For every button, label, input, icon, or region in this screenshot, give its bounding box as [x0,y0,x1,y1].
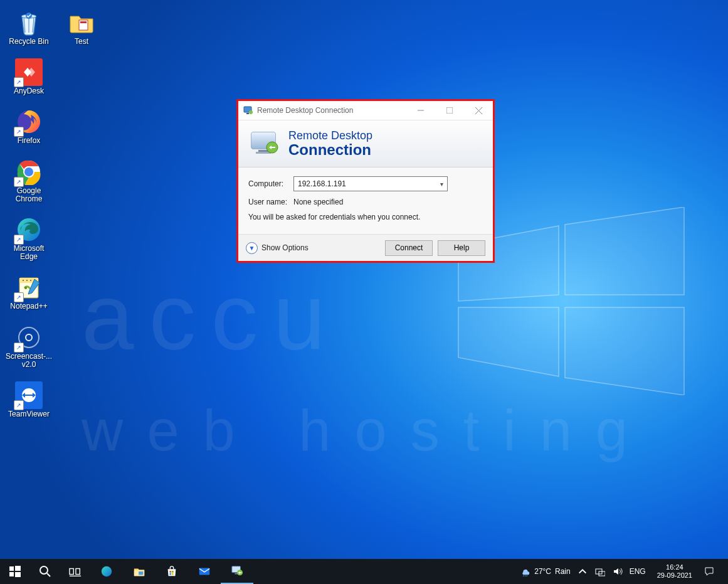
taskbar-app-mail[interactable] [188,559,221,584]
svg-rect-26 [258,150,268,152]
banner-line1: Remote Desktop [288,130,372,142]
dialog-title: Remote Desktop Connection [257,106,406,115]
svg-rect-23 [446,107,453,114]
dialog-banner: Remote Desktop Connection [238,120,493,167]
svg-rect-31 [9,572,14,576]
watermark: accu web hosting [82,270,703,459]
desktop-icon-chrome[interactable]: ↗ Google Chrome [5,158,53,203]
tray-overflow-button[interactable] [577,566,588,576]
svg-rect-30 [15,566,21,571]
desktop[interactable]: accu web hosting Recycle Bin ↗ AnyDes [0,0,728,584]
weather-widget[interactable]: 27°C Rain [520,566,571,576]
system-tray: 27°C Rain ENG 16:24 29-09-2021 [520,559,728,584]
dialog-footer: ▼ Show Options Connect Help [238,234,493,261]
rdc-banner-icon [250,130,281,157]
connect-button[interactable]: Connect [385,240,433,256]
rdc-app-icon [243,105,253,115]
computer-value: 192.168.1.191 [298,179,440,188]
username-value: None specified [293,198,343,206]
svg-rect-40 [172,571,174,573]
search-button[interactable] [30,559,60,584]
username-label: User name: [248,198,293,206]
desktop-icon-anydesk[interactable]: ↗ AnyDesk [5,58,53,95]
taskbar-app-explorer[interactable] [123,559,156,584]
firefox-icon: ↗ [15,108,43,135]
chrome-icon: ↗ [15,158,43,186]
minimize-button[interactable] [406,101,435,120]
chevron-down-icon: ▾ [440,181,443,188]
desktop-icon-recycle-bin[interactable]: Recycle Bin [5,9,53,46]
volume-icon[interactable] [612,566,623,576]
chevron-down-circle-icon: ▼ [246,242,258,254]
svg-point-11 [30,280,31,281]
svg-rect-41 [169,573,171,575]
svg-rect-43 [199,568,209,575]
taskbar-app-rdc[interactable] [221,559,253,584]
svg-point-33 [40,566,48,574]
desktop-icon-screencast[interactable]: ↗ Screencast-... v2.0 [5,324,53,369]
desktop-icon-teamviewer[interactable]: ↗ TeamViewer [5,381,53,418]
taskbar: 27°C Rain ENG 16:24 29-09-2021 [0,559,728,584]
svg-rect-34 [70,568,73,574]
desktop-icon-notepadpp[interactable]: ↗ Notepad++ [5,273,53,311]
taskbar-app-edge[interactable] [90,559,123,584]
dialog-body: Computer: 192.168.1.191 ▾ User name: Non… [238,167,493,234]
svg-rect-39 [169,571,171,573]
svg-rect-29 [9,566,14,571]
svg-point-13 [24,287,27,289]
desktop-icon-edge[interactable]: ↗ Microsoft Edge [5,216,53,261]
desktop-icon-test-folder[interactable]: Test [58,9,105,46]
computer-combobox[interactable]: 192.168.1.191 ▾ [293,176,448,191]
task-view-button[interactable] [60,559,90,584]
remote-desktop-dialog: Remote Desktop Connection Remote Desktop… [236,99,495,263]
maximize-button[interactable] [435,101,464,120]
svg-rect-42 [172,573,174,575]
svg-point-10 [26,280,28,281]
notepadpp-icon: ↗ [15,273,43,301]
svg-rect-21 [246,113,249,114]
svg-point-15 [26,334,32,341]
svg-point-36 [102,566,112,576]
language-indicator[interactable]: ENG [630,567,646,576]
start-button[interactable] [0,559,30,584]
network-icon[interactable] [594,566,606,576]
folder-icon [68,9,95,36]
svg-point-22 [249,110,253,114]
close-button[interactable] [464,101,493,120]
teamviewer-icon: ↗ [15,381,43,409]
edge-icon: ↗ [15,216,43,243]
svg-point-9 [23,280,24,281]
credentials-hint: You will be asked for credentials when y… [248,213,483,221]
anydesk-icon: ↗ [15,58,43,86]
help-button[interactable]: Help [438,240,485,256]
svg-rect-35 [76,568,80,574]
banner-line2: Connection [288,142,372,157]
show-options-toggle[interactable]: ▼ Show Options [246,242,309,254]
computer-label: Computer: [248,179,293,188]
svg-rect-32 [15,572,21,577]
svg-rect-38 [139,571,143,575]
desktop-icon-firefox[interactable]: ↗ Firefox [5,108,53,145]
dialog-titlebar[interactable]: Remote Desktop Connection [238,101,493,120]
svg-rect-19 [80,21,87,23]
clock[interactable]: 16:24 29-09-2021 [652,563,697,580]
recycle-bin-icon [15,9,43,36]
taskbar-app-store[interactable] [156,559,188,584]
screencast-icon: ↗ [15,324,43,351]
action-center-button[interactable] [704,566,715,576]
